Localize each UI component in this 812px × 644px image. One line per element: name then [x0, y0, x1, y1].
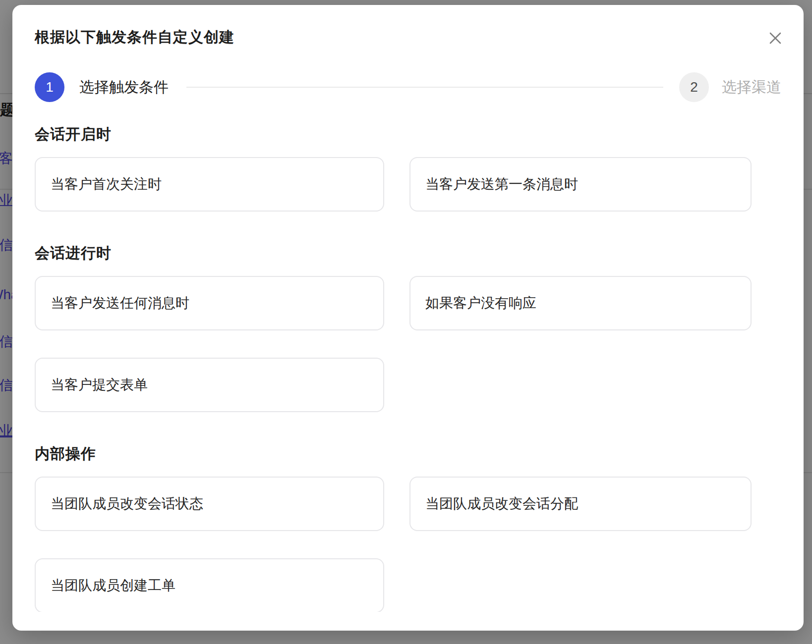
trigger-card-label: 如果客户没有响应	[425, 294, 536, 313]
trigger-card-change-assignment[interactable]: 当团队成员改变会话分配	[409, 477, 752, 531]
trigger-card-no-response[interactable]: 如果客户没有响应	[409, 276, 752, 330]
trigger-card-first-message[interactable]: 当客户发送第一条消息时	[409, 157, 752, 212]
trigger-card-first-follow[interactable]: 当客户首次关注时	[35, 157, 384, 212]
trigger-card-change-status[interactable]: 当团队成员改变会话状态	[35, 477, 384, 531]
step-2-circle: 2	[679, 72, 709, 102]
close-icon	[767, 30, 783, 46]
step-connector-line	[186, 87, 663, 88]
trigger-card-any-message[interactable]: 当客户发送任何消息时	[35, 276, 384, 330]
step-indicator: 1 选择触发条件 2 选择渠道	[35, 72, 781, 102]
trigger-card-label: 当客户提交表单	[51, 376, 148, 394]
trigger-card-label: 当客户发送第一条消息时	[425, 175, 578, 194]
step-1-circle: 1	[35, 72, 64, 102]
trigger-card-label: 当团队成员创建工单	[51, 576, 175, 595]
trigger-options-list: 会话开启时 当客户首次关注时 当客户发送第一条消息时 会话进行时 当客户发送任何…	[35, 127, 781, 612]
section-conversation-open: 会话开启时 当客户首次关注时 当客户发送第一条消息时	[35, 127, 781, 212]
close-button[interactable]	[767, 30, 784, 47]
create-trigger-modal: 根据以下触发条件自定义创建 1 选择触发条件 2 选择渠道 会话开启时 当客户首…	[12, 5, 804, 631]
section-internal-actions: 内部操作 当团队成员改变会话状态 当团队成员改变会话分配 当团队成员创建工单	[35, 446, 781, 612]
step-2-label: 选择渠道	[722, 77, 781, 98]
trigger-card-label: 当客户首次关注时	[51, 175, 162, 194]
section-title: 会话开启时	[35, 127, 781, 142]
trigger-card-label: 当团队成员改变会话分配	[425, 494, 578, 513]
section-title: 内部操作	[35, 446, 781, 461]
trigger-card-create-ticket[interactable]: 当团队成员创建工单	[35, 558, 384, 612]
trigger-card-submit-form[interactable]: 当客户提交表单	[35, 358, 384, 412]
step-1-label: 选择触发条件	[79, 77, 169, 98]
trigger-card-label: 当客户发送任何消息时	[51, 294, 189, 313]
modal-title: 根据以下触发条件自定义创建	[35, 28, 781, 46]
trigger-card-label: 当团队成员改变会话状态	[51, 494, 203, 513]
section-conversation-ongoing: 会话进行时 当客户发送任何消息时 如果客户没有响应 当客户提交表单	[35, 246, 781, 412]
section-title: 会话进行时	[35, 246, 781, 261]
